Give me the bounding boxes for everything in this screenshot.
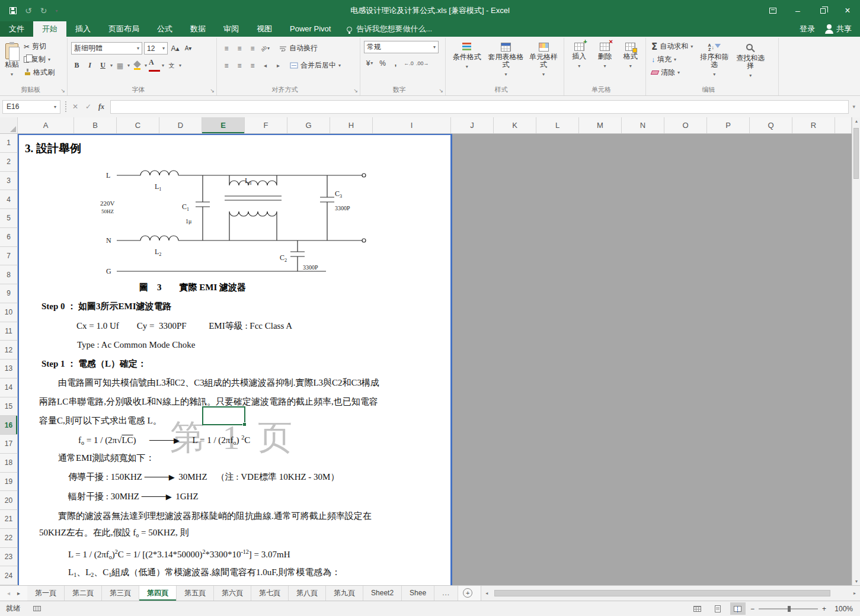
underline-button[interactable]: U bbox=[97, 59, 108, 72]
sheet-next-icon[interactable]: ▸ bbox=[17, 590, 20, 596]
zoom-percent[interactable]: 100% bbox=[830, 605, 853, 613]
dialog-launcher-icon[interactable]: ↘ bbox=[439, 88, 443, 94]
merge-center-button[interactable]: 合并后居中▾ bbox=[288, 59, 343, 72]
sheet-prev-icon[interactable]: ◂ bbox=[7, 590, 10, 596]
row-header-18[interactable]: 18 bbox=[0, 454, 18, 473]
copy-button[interactable]: 复制▾ bbox=[22, 53, 56, 66]
scroll-down-icon[interactable]: ▾ bbox=[852, 579, 860, 584]
zoom-slider-thumb[interactable] bbox=[788, 606, 791, 612]
vertical-scroll-thumb[interactable] bbox=[853, 128, 859, 179]
row-header-19[interactable]: 19 bbox=[0, 473, 18, 492]
scroll-up-icon[interactable]: ▴ bbox=[852, 118, 860, 124]
new-sheet-button[interactable]: + bbox=[463, 588, 472, 598]
insert-function-icon[interactable]: fx bbox=[95, 100, 108, 114]
row-header-14[interactable]: 14 bbox=[0, 378, 18, 397]
row-header-6[interactable]: 6 bbox=[0, 228, 18, 247]
row-header-20[interactable]: 20 bbox=[0, 491, 18, 510]
find-select-button[interactable]: 查找和选择▾ bbox=[734, 39, 767, 79]
maximize-button[interactable] bbox=[810, 0, 835, 21]
column-header-P[interactable]: P bbox=[707, 117, 750, 133]
row-header-24[interactable]: 24 bbox=[0, 566, 18, 585]
sheet-tab-第四頁[interactable]: 第四頁 bbox=[139, 586, 177, 601]
row-header-12[interactable]: 12 bbox=[0, 341, 18, 360]
row-header-17[interactable]: 17 bbox=[0, 435, 18, 454]
active-cell-selection[interactable] bbox=[202, 406, 245, 425]
row-header-10[interactable]: 10 bbox=[0, 303, 18, 322]
ribbon-tab-审阅[interactable]: 审阅 bbox=[215, 21, 248, 37]
name-box[interactable]: E16▾ bbox=[2, 100, 60, 114]
row-header-15[interactable]: 15 bbox=[0, 397, 18, 416]
row-header-7[interactable]: 7 bbox=[0, 247, 18, 266]
conditional-formatting-button[interactable]: 条件格式▾ bbox=[449, 39, 485, 70]
column-header-B[interactable]: B bbox=[74, 117, 117, 133]
view-normal-button[interactable] bbox=[690, 602, 705, 615]
orientation-button[interactable]: ab▾ bbox=[260, 42, 271, 54]
sheet-tab-第五頁[interactable]: 第五頁 bbox=[177, 586, 214, 601]
zoom-slider[interactable] bbox=[759, 608, 818, 609]
column-header-partial[interactable] bbox=[835, 117, 852, 133]
undo-icon[interactable]: ↺ bbox=[25, 6, 32, 15]
sheet-tab-Sheet2[interactable]: Sheet2 bbox=[363, 586, 402, 601]
horizontal-scroll-thumb[interactable] bbox=[494, 590, 830, 596]
enter-entry-icon[interactable]: ✓ bbox=[82, 100, 95, 114]
sheet-tab-第七頁[interactable]: 第七頁 bbox=[251, 586, 289, 601]
sheet-tab-第三頁[interactable]: 第三頁 bbox=[102, 586, 139, 601]
font-size-select[interactable]: 12▾ bbox=[144, 42, 168, 54]
column-header-O[interactable]: O bbox=[664, 117, 707, 133]
dialog-launcher-icon[interactable]: ↘ bbox=[60, 88, 65, 94]
delete-cells-button[interactable]: 删除▾ bbox=[593, 39, 616, 70]
ribbon-tab-文件[interactable]: 文件 bbox=[0, 21, 33, 37]
phonetic-button[interactable]: 文 bbox=[166, 59, 177, 72]
column-header-R[interactable]: R bbox=[792, 117, 835, 133]
align-bottom-button[interactable]: ≡ bbox=[247, 42, 258, 54]
tell-me-box[interactable]: 告诉我您想要做什么... bbox=[340, 21, 439, 37]
increase-font-size-button[interactable]: A▴ bbox=[170, 42, 181, 54]
ribbon-tab-视图[interactable]: 视图 bbox=[248, 21, 281, 37]
row-header-13[interactable]: 13 bbox=[0, 360, 18, 378]
column-header-C[interactable]: C bbox=[117, 117, 159, 133]
row-header-16[interactable]: 16 bbox=[0, 416, 18, 435]
column-header-Q[interactable]: Q bbox=[750, 117, 792, 133]
decrease-decimal-button[interactable]: .00→ bbox=[416, 57, 429, 69]
column-header-H[interactable]: H bbox=[330, 117, 373, 133]
page-area[interactable]: 第 1 页 3. 設計舉例 L N G bbox=[18, 134, 452, 585]
increase-indent-button[interactable]: ▸ bbox=[273, 59, 284, 72]
row-header-5[interactable]: 5 bbox=[0, 209, 18, 228]
sort-filter-button[interactable]: AZ ↓ 排序和筛选▾ bbox=[698, 39, 731, 78]
macro-record-icon[interactable] bbox=[33, 606, 41, 611]
format-as-table-button[interactable]: 套用表格格式▾ bbox=[488, 39, 525, 78]
formula-input[interactable] bbox=[110, 100, 849, 114]
row-header-22[interactable]: 22 bbox=[0, 529, 18, 548]
increase-decimal-button[interactable]: ←.0 bbox=[403, 57, 414, 69]
row-header-21[interactable]: 21 bbox=[0, 510, 18, 529]
sheet-tab-第一頁[interactable]: 第一頁 bbox=[27, 586, 65, 601]
paste-button[interactable]: 粘贴▾ bbox=[5, 39, 19, 78]
column-header-L[interactable]: L bbox=[536, 117, 579, 133]
cut-button[interactable]: ✂剪切 bbox=[22, 40, 56, 53]
horizontal-scrollbar[interactable]: ◂ ▸ bbox=[481, 586, 860, 601]
sheet-tab-第六頁[interactable]: 第六頁 bbox=[214, 586, 251, 601]
row-header-3[interactable]: 3 bbox=[0, 172, 18, 191]
insert-cells-button[interactable]: 插入▾ bbox=[568, 39, 590, 70]
fill-color-button[interactable] bbox=[132, 59, 143, 72]
column-header-E[interactable]: E bbox=[202, 117, 245, 133]
borders-button[interactable]: ▦ bbox=[114, 59, 126, 72]
zoom-in-button[interactable]: + bbox=[822, 605, 826, 613]
dialog-launcher-icon[interactable]: ↘ bbox=[353, 88, 358, 94]
row-header-2[interactable]: 2 bbox=[0, 153, 18, 172]
cancel-entry-icon[interactable]: ✕ bbox=[69, 100, 82, 114]
column-header-F[interactable]: F bbox=[245, 117, 287, 133]
formula-bar-expand-icon[interactable]: ▾ bbox=[852, 104, 858, 110]
font-name-select[interactable]: 新细明體▾ bbox=[71, 42, 142, 54]
ribbon-tab-公式[interactable]: 公式 bbox=[148, 21, 181, 37]
sheet-tab-第九頁[interactable]: 第九頁 bbox=[326, 586, 363, 601]
row-header-8[interactable]: 8 bbox=[0, 265, 18, 284]
column-header-J[interactable]: J bbox=[451, 117, 494, 133]
wrap-text-button[interactable]: 自动换行 bbox=[277, 42, 319, 54]
format-painter-button[interactable]: 格式刷 bbox=[22, 66, 56, 79]
italic-button[interactable]: I bbox=[84, 59, 95, 72]
qat-customize-icon[interactable]: ▾ bbox=[55, 8, 57, 14]
zoom-out-button[interactable]: − bbox=[750, 605, 755, 613]
column-header-A[interactable]: A bbox=[18, 117, 74, 133]
decrease-indent-button[interactable]: ◂ bbox=[260, 59, 271, 72]
